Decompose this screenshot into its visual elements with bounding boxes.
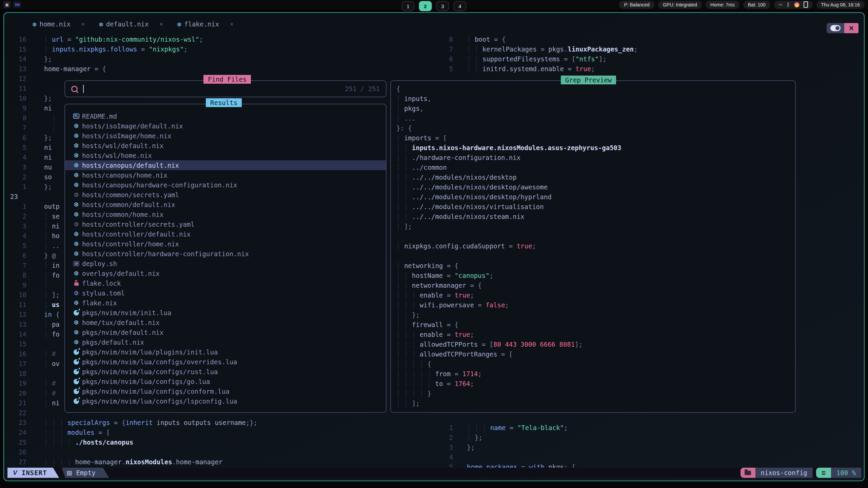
app-launcher-icon[interactable]: ▦ (3, 1, 11, 8)
code-line[interactable]: 1│ │ │ name = "Tela-black"; (439, 423, 863, 433)
file-item[interactable]: hosts/controller/hardware-configuration.… (65, 249, 386, 259)
tray-pill[interactable]: ✂ ᛒ (774, 1, 813, 9)
preview-line[interactable]: │ │ │ enable = true; (396, 290, 795, 300)
file-item[interactable]: hosts/canopus/hardware-configuration.nix (65, 180, 386, 190)
preview-line[interactable]: │ │ }; (396, 310, 795, 320)
preview-line[interactable]: │ │ ]; (396, 399, 795, 408)
file-item[interactable]: hosts/canopus/home.nix (65, 170, 386, 180)
file-item[interactable]: pkgs/nvim/nvim/lua/configs/conform.lua (65, 386, 386, 396)
preview-line[interactable]: │ │ │ │ │ to = 1764; (396, 379, 795, 389)
preview-line[interactable]: │ │ │ │ } (396, 389, 795, 399)
preview-line[interactable]: { (396, 84, 795, 94)
preview-line[interactable]: │ │ networkmanager = { (396, 281, 795, 290)
preview-line[interactable]: │ nixpkgs.config.cudaSupport = true; (396, 241, 795, 251)
close-tab-icon[interactable]: × (160, 21, 163, 27)
file-item[interactable]: README.md (65, 111, 386, 121)
file-item[interactable]: hosts/wsl/home.nix (65, 150, 386, 160)
file-item[interactable]: hosts/common/home.nix (65, 209, 386, 219)
file-item[interactable]: pkgs/nvim/nvim/lua/configs/go.lua (65, 377, 386, 386)
tab-default-nix[interactable]: ❆ default.nix × (93, 20, 171, 28)
phone-icon[interactable] (804, 1, 808, 8)
preview-line[interactable]: │ │ │ wifi.powersave = false; (396, 300, 795, 310)
code-line[interactable]: 23│ │ │ specialArgs = {inherit inputs ou… (7, 418, 437, 428)
file-item[interactable]: hosts/controller/home.nix (65, 239, 386, 249)
preview-line[interactable]: │ networking = { (396, 261, 795, 271)
bluetooth-icon[interactable]: ᛒ (787, 2, 790, 8)
preview-line[interactable]: │ ]; (396, 222, 795, 231)
preview-line[interactable]: │ │ hostName = "canopus"; (396, 271, 795, 281)
code-line[interactable]: 6│ │ supportedFilesystems = ["ntfs"]; (439, 54, 863, 64)
code-line[interactable]: 24│ │ │ modules = [ (7, 428, 437, 438)
workspace-1[interactable]: 1 (402, 1, 415, 11)
code-line[interactable]: 3}; (439, 443, 863, 452)
file-item[interactable]: pkgs/nvim/nvim/init.lua (65, 308, 386, 318)
file-item[interactable]: hosts/isoImage/default.nix (65, 121, 386, 131)
code-line[interactable]: 7│ │ kernelPackages = pkgs.linuxPackages… (439, 44, 863, 54)
preview-line[interactable]: │ ... (396, 114, 795, 123)
code-line[interactable]: 8│ boot = { (439, 35, 863, 44)
preview-line[interactable] (396, 231, 795, 241)
file-item[interactable]: pkgs/nvim/nvim/lua/configs/rust.lua (65, 367, 386, 377)
preview-line[interactable]: │ imports = [ (396, 133, 795, 143)
file-item[interactable]: stylua.toml (65, 288, 386, 298)
file-item[interactable]: hosts/canopus/default.nix (65, 160, 386, 170)
preview-line[interactable]: │ │ ../../modules/nixos/steam.nix (396, 212, 795, 222)
file-item[interactable]: hosts/controller/default.nix (65, 229, 386, 239)
file-item[interactable]: pkgs/nvim/nvim/lua/plugins/init.lua (65, 347, 386, 357)
preview-line[interactable]: │ │ inputs.nixos-hardware.nixosModules.a… (396, 143, 795, 153)
file-item[interactable]: pkgs/nvim/default.nix (65, 327, 386, 337)
file-item[interactable]: flake.lock (65, 278, 386, 288)
preview-line[interactable] (396, 251, 795, 261)
preview-line[interactable]: │ │ │ allowedTCPPortRanges = [ (396, 349, 795, 359)
preview-line[interactable]: │ inputs, (396, 94, 795, 104)
tab-flake-nix[interactable]: ❆ flake.nix × (171, 20, 242, 28)
file-item[interactable]: pkgs/nvim/nvim/lua/configs/lspconfig.lua (65, 396, 386, 406)
close-tab-icon[interactable]: × (230, 21, 233, 27)
code-line[interactable]: 14}; (7, 54, 437, 64)
file-item[interactable]: deploy.sh (65, 259, 386, 268)
preview-line[interactable]: │ │ │ │ { (396, 359, 795, 369)
preview-line[interactable]: │ │ │ enable = true; (396, 330, 795, 340)
code-line[interactable]: 13home-manager = { (7, 64, 437, 74)
toggle-button[interactable] (827, 23, 844, 33)
file-item[interactable]: hosts/isoImage/home.nix (65, 131, 386, 141)
preview-line[interactable]: │ │ ../common (396, 163, 795, 172)
flame-tray-icon[interactable] (794, 2, 800, 7)
file-item[interactable]: hosts/controller/secrets.yaml (65, 219, 386, 229)
file-item[interactable]: hosts/common/default.nix (65, 200, 386, 209)
code-line[interactable]: 2│ }; (439, 433, 863, 443)
file-item[interactable]: flake.nix (65, 298, 386, 308)
code-line[interactable]: 4 (439, 452, 863, 462)
preview-line[interactable]: │ pkgs, (396, 104, 795, 114)
logo-icon[interactable]: $W (13, 1, 21, 8)
file-item[interactable]: overlays/default.nix (65, 268, 386, 278)
workspace-2-active[interactable]: 2 (419, 1, 432, 11)
tab-home-nix[interactable]: ❆ home.nix × (26, 20, 93, 28)
preview-line[interactable]: }: { (396, 123, 795, 133)
code-line[interactable]: 5│ │ initrd.systemd.enable = true; (439, 64, 863, 74)
file-item[interactable]: home/tux/default.nix (65, 318, 386, 327)
close-window-button[interactable]: × (844, 23, 859, 33)
preview-line[interactable]: │ │ │ │ │ from = 1714; (396, 369, 795, 379)
close-tab-icon[interactable]: × (81, 21, 85, 27)
code-line[interactable]: 25│ │ │ │ ./hosts/canopus (7, 438, 437, 447)
preview-line[interactable]: │ │ ../../modules/nixos/virtualisation (396, 202, 795, 212)
code-line[interactable]: 15│ inputs.nixpkgs.follows = "nixpkgs"; (7, 44, 437, 54)
code-line[interactable]: 16│ url = "github:nix-community/nixos-ws… (7, 35, 437, 44)
file-item[interactable]: hosts/wsl/default.nix (65, 141, 386, 150)
file-item[interactable]: pkgs/default.nix (65, 337, 386, 347)
file-name: hosts/controller/default.nix (82, 230, 191, 238)
preview-line[interactable]: │ │ │ allowedTCPPorts = [80 443 3000 666… (396, 340, 795, 349)
preview-line[interactable]: │ │ ../../modules/nixos/desktop/awesome (396, 182, 795, 192)
preview-line[interactable]: │ │ ./hardware-configuration.nix (396, 153, 795, 163)
file-item[interactable]: pkgs/nvim/nvim/lua/configs/overrides.lua (65, 357, 386, 367)
workspace-3[interactable]: 3 (436, 1, 449, 11)
preview-line[interactable]: │ │ ../../modules/nixos/desktop (396, 172, 795, 182)
workspace-4[interactable]: 4 (454, 1, 467, 11)
code-line[interactable]: 27│ │ │ │ home-manager.nixosModules.home… (7, 457, 437, 467)
file-item[interactable]: hosts/common/secrets.yaml (65, 190, 386, 200)
preview-line[interactable]: │ │ ../../modules/nixos/desktop/hyprland (396, 192, 795, 202)
preview-line[interactable]: │ │ firewall = { (396, 320, 795, 330)
network-icon[interactable]: ✂ (779, 2, 783, 7)
code-line[interactable]: 26 (7, 447, 437, 457)
